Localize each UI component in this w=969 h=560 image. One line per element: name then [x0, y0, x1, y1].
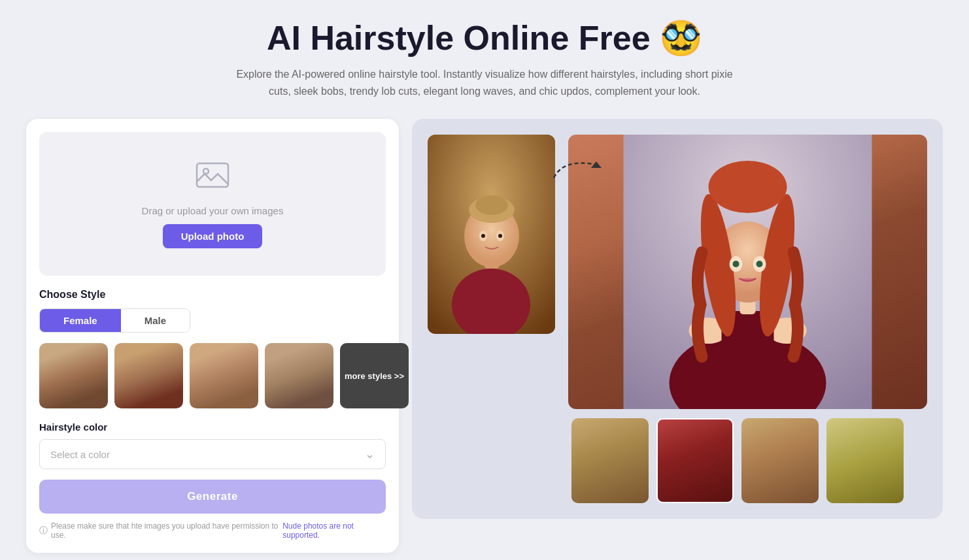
main-content: Drag or upload your own images Upload ph… — [26, 119, 943, 553]
result-before-image — [428, 135, 555, 334]
choose-style-section: Choose Style Female Male — [39, 289, 386, 408]
svg-point-25 — [733, 261, 740, 267]
generate-button[interactable]: Generate — [39, 480, 386, 514]
right-panel — [412, 119, 943, 519]
svg-point-10 — [481, 234, 485, 238]
left-panel: Drag or upload your own images Upload ph… — [26, 119, 399, 553]
color-placeholder: Select a color — [50, 449, 110, 460]
hairstyle-color-section: Hairstyle color Select a color ⌄ — [39, 421, 386, 469]
svg-point-7 — [475, 195, 508, 215]
more-styles-button[interactable]: more styles >> — [340, 343, 409, 408]
result-thumb-4[interactable] — [826, 418, 904, 503]
hairstyle-color-label: Hairstyle color — [39, 421, 386, 433]
choose-style-label: Choose Style — [39, 289, 386, 301]
disclaimer-text: Please make sure that hte images you upl… — [51, 521, 279, 540]
before-face — [428, 135, 555, 334]
style-thumb-3[interactable] — [190, 343, 258, 408]
female-tab[interactable]: Female — [40, 309, 121, 332]
page-subtitle: Explore the AI-powered online hairstyle … — [236, 66, 733, 99]
male-tab[interactable]: Male — [121, 309, 190, 332]
upload-drag-text: Drag or upload your own images — [142, 205, 284, 216]
svg-rect-0 — [197, 163, 228, 187]
info-icon: ⓘ — [39, 525, 48, 536]
color-dropdown[interactable]: Select a color ⌄ — [39, 439, 386, 469]
svg-point-22 — [709, 161, 787, 213]
svg-point-1 — [203, 169, 209, 174]
result-thumb-3[interactable] — [741, 418, 819, 503]
disclaimer: ⓘ Please make sure that hte images you u… — [39, 521, 386, 540]
more-styles-label: more styles >> — [345, 371, 404, 381]
image-placeholder-icon — [196, 159, 230, 197]
result-thumb-2[interactable] — [656, 418, 734, 503]
svg-point-11 — [498, 234, 502, 238]
arrow-dashed — [551, 155, 609, 184]
upload-photo-button[interactable]: Upload photo — [163, 224, 263, 248]
result-thumb-1[interactable] — [571, 418, 649, 503]
result-after-image — [568, 135, 927, 409]
chevron-down-icon: ⌄ — [365, 447, 375, 461]
result-main-area — [428, 135, 927, 409]
style-thumb-1[interactable] — [39, 343, 108, 408]
style-grid: more styles >> — [39, 343, 386, 408]
style-thumb-2[interactable] — [114, 343, 183, 408]
svg-point-26 — [756, 261, 763, 267]
after-face — [568, 135, 927, 409]
style-thumb-4[interactable] — [265, 343, 333, 408]
gender-tabs: Female Male — [39, 308, 190, 333]
disclaimer-link[interactable]: Nude photos are not supported. — [282, 521, 386, 540]
page-title: AI Hairstyle Online Free 🥸 — [26, 20, 943, 57]
page-header: AI Hairstyle Online Free 🥸 Explore the A… — [26, 20, 943, 99]
upload-area[interactable]: Drag or upload your own images Upload ph… — [39, 132, 386, 276]
result-thumbnails-row — [571, 418, 927, 503]
svg-marker-12 — [591, 161, 602, 168]
